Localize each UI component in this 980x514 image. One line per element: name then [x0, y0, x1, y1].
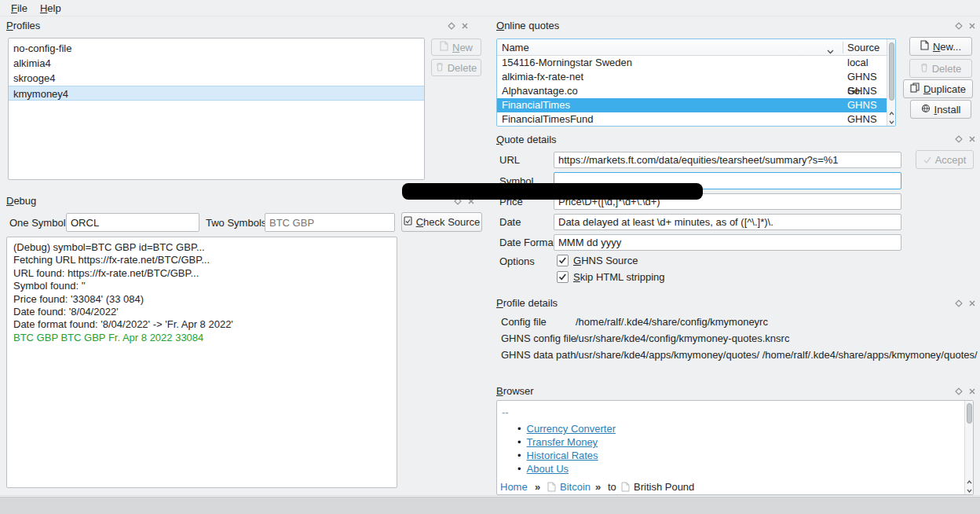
browser-top-text: --: [502, 406, 509, 418]
scroll-down-icon[interactable]: [967, 484, 972, 490]
column-header-source[interactable]: Source: [847, 39, 879, 56]
online-quotes-float-icon[interactable]: [955, 22, 963, 30]
ghns-source-checkbox-label[interactable]: GHNS Source: [573, 254, 638, 267]
bullet-icon: •: [517, 450, 521, 461]
ghns-source-checkbox[interactable]: [557, 255, 569, 266]
quote-name: FinancialTimes: [502, 98, 570, 112]
browser-scrollbar[interactable]: [964, 401, 973, 494]
date-format-input[interactable]: [554, 234, 901, 251]
date-regex-input[interactable]: [554, 214, 901, 230]
menu-bar: File Help: [0, 0, 980, 17]
breadcrumb-bitcoin-link[interactable]: Bitcoin: [560, 480, 591, 494]
browser-close-icon[interactable]: [968, 387, 976, 395]
one-symbol-input[interactable]: [66, 213, 199, 232]
date-format-label: Date Format: [499, 234, 556, 251]
browser-dock-title: Browser: [496, 385, 534, 397]
profile-list-item[interactable]: no-config-file: [9, 41, 424, 56]
quotes-new-button[interactable]: New...: [909, 37, 972, 56]
about-us-link[interactable]: About Us: [527, 463, 569, 475]
browser-list-item: •About Us: [517, 463, 569, 475]
skip-html-checkbox[interactable]: [557, 271, 569, 283]
table-header[interactable]: Name Source: [497, 39, 887, 56]
ghns-config-file-label: GHNS config file: [501, 332, 576, 345]
options-label: Options: [499, 253, 535, 270]
debug-log-line: (Debug) symbol=BTC GBP id=BTC GBP...: [13, 241, 390, 254]
breadcrumb-separator: »: [535, 480, 540, 494]
new-file-icon: [920, 40, 929, 53]
two-symbols-input[interactable]: [265, 213, 395, 232]
quotes-delete-button[interactable]: Delete: [909, 59, 972, 78]
quotes-duplicate-button[interactable]: Duplicate: [903, 79, 973, 98]
browser-list-item: •Currency Converter: [517, 423, 616, 435]
checkmark-icon: [923, 154, 931, 166]
quote-name: alkimia-fx-rate-net: [502, 70, 583, 84]
browser-list-item: •Transfer Money: [517, 436, 598, 449]
app-window: File Help Profiles no-config-file alkimi…: [0, 0, 980, 514]
currency-converter-link[interactable]: Currency Converter: [527, 423, 616, 435]
profile-details-float-icon[interactable]: [955, 299, 963, 307]
table-scrollbar[interactable]: [887, 39, 895, 126]
quote-row-selected[interactable]: FinancialTimes GHNS So...: [497, 98, 887, 112]
debug-log-line: URL found: https://fx-rate.net/BTC/GBP..…: [13, 267, 390, 280]
browser-view[interactable]: -- •Currency Converter •Transfer Money •…: [496, 400, 974, 495]
profile-list-item[interactable]: skrooge4: [9, 71, 424, 86]
quote-row[interactable]: 154116-Morningstar Sweden local: [497, 56, 887, 70]
debug-log-line: Date found: '8/04/2022': [13, 306, 390, 318]
transfer-money-link[interactable]: Transfer Money: [527, 436, 598, 448]
online-quotes-dock-title: Online quotes: [496, 20, 559, 31]
profiles-close-icon[interactable]: [461, 22, 469, 30]
debug-log-line: Price found: '33084' (33 084): [13, 293, 390, 306]
quote-details-float-icon[interactable]: [955, 135, 963, 143]
breadcrumb-target-text: British Pound: [634, 480, 694, 494]
quotes-install-label: Install: [934, 104, 961, 116]
profiles-new-button[interactable]: New: [431, 39, 481, 56]
accept-button[interactable]: Accept: [916, 150, 974, 169]
quotes-install-button[interactable]: Install: [910, 100, 971, 119]
profiles-delete-button[interactable]: Delete: [431, 59, 481, 76]
debug-log-line: Symbol found: '': [13, 280, 390, 292]
profiles-delete-label: Delete: [448, 62, 477, 74]
browser-float-icon[interactable]: [955, 387, 963, 395]
debug-output[interactable]: (Debug) symbol=BTC GBP id=BTC GBP... Fet…: [6, 237, 397, 488]
quote-details-close-icon[interactable]: [968, 135, 976, 143]
skip-html-checkbox-label[interactable]: Skip HTML stripping: [573, 270, 665, 284]
ghns-data-path-label: GHNS data path: [501, 348, 576, 362]
document-icon: [621, 482, 631, 493]
menu-file[interactable]: File: [6, 2, 32, 15]
scroll-up-icon[interactable]: [889, 107, 894, 112]
bottom-strip: [0, 497, 980, 514]
quotes-duplicate-label: Duplicate: [923, 83, 966, 95]
accept-label: Accept: [935, 154, 967, 166]
check-source-icon: [404, 216, 412, 228]
url-input[interactable]: [554, 152, 901, 168]
check-source-button[interactable]: Check Source: [401, 212, 482, 232]
quote-row[interactable]: Alphavantage.co GHNS So...: [497, 84, 887, 98]
quotes-new-label: New...: [933, 41, 961, 53]
menu-help[interactable]: Help: [35, 2, 66, 15]
profile-details-close-icon[interactable]: [968, 299, 976, 307]
scroll-up-icon[interactable]: [967, 475, 972, 481]
browser-scrollbar-thumb[interactable]: [967, 403, 972, 424]
profiles-float-icon[interactable]: [448, 22, 455, 30]
scroll-down-icon[interactable]: [889, 116, 894, 121]
date-label: Date: [499, 214, 521, 230]
redaction-bar: [402, 183, 703, 200]
profiles-list: no-config-file alkimia4 skrooge4 kmymone…: [8, 38, 425, 180]
column-separator[interactable]: [843, 42, 843, 53]
historical-rates-link[interactable]: Historical Rates: [527, 450, 598, 461]
profile-list-item-selected[interactable]: kmymoney4: [9, 86, 424, 101]
breadcrumb-home-link[interactable]: Home: [500, 480, 528, 494]
check-source-label: Check Source: [416, 216, 481, 228]
quote-source: local: [847, 56, 868, 70]
quote-row[interactable]: FinancialTimesFund GHNS So...: [497, 112, 887, 127]
ghns-config-file-value: /usr/share/kde4/config/kmymoney-quotes.k…: [576, 332, 789, 345]
profile-list-item[interactable]: alkimia4: [9, 56, 424, 71]
new-file-icon: [440, 41, 448, 53]
column-header-name[interactable]: Name: [502, 39, 529, 56]
quote-row[interactable]: alkimia-fx-rate-net GHNS So...: [497, 70, 887, 84]
table-scrollbar-thumb[interactable]: [889, 42, 894, 101]
debug-log-line: Date format found: '8/04/2022' -> 'Fr. A…: [13, 318, 390, 331]
online-quotes-close-icon[interactable]: [968, 22, 976, 30]
bullet-icon: •: [517, 463, 521, 475]
online-quotes-table: Name Source 154116-Morningstar Sweden lo…: [496, 39, 896, 127]
